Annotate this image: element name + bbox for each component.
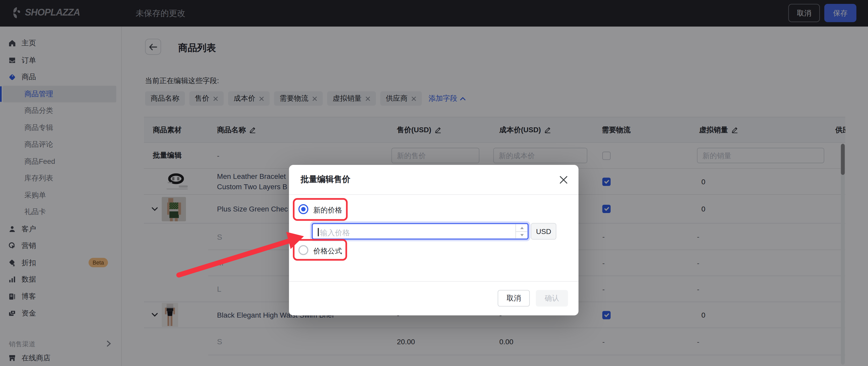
price-input[interactable]: 输入价格 bbox=[312, 223, 529, 240]
stepper-down-icon[interactable] bbox=[516, 231, 527, 239]
app-root: SHOPLAZZA 未保存的更改 取消 保存 主页 订单 bbox=[0, 0, 868, 366]
option-formula-label[interactable]: 价格公式 bbox=[313, 246, 342, 256]
modal-confirm-button-disabled[interactable]: 确认 bbox=[536, 290, 568, 306]
price-input-placeholder: 输入价格 bbox=[320, 228, 350, 238]
close-icon[interactable] bbox=[559, 175, 568, 184]
radio-new-price-selected[interactable] bbox=[298, 204, 308, 214]
stepper-up-icon[interactable] bbox=[516, 224, 527, 231]
modal-cancel-button[interactable]: 取消 bbox=[498, 290, 530, 306]
modal-footer-divider bbox=[289, 281, 579, 281]
radio-price-formula[interactable] bbox=[298, 245, 308, 255]
modal-title: 批量编辑售价 bbox=[301, 174, 350, 185]
modal-header: 批量编辑售价 bbox=[289, 165, 579, 195]
currency-suffix: USD bbox=[531, 223, 556, 240]
option-new-price-label[interactable]: 新的价格 bbox=[313, 205, 342, 215]
number-stepper bbox=[515, 224, 527, 239]
text-cursor bbox=[318, 228, 318, 236]
bulk-edit-price-modal: 批量编辑售价 新的价格 输入价格 USD 价格公式 取消 确认 bbox=[289, 165, 579, 315]
